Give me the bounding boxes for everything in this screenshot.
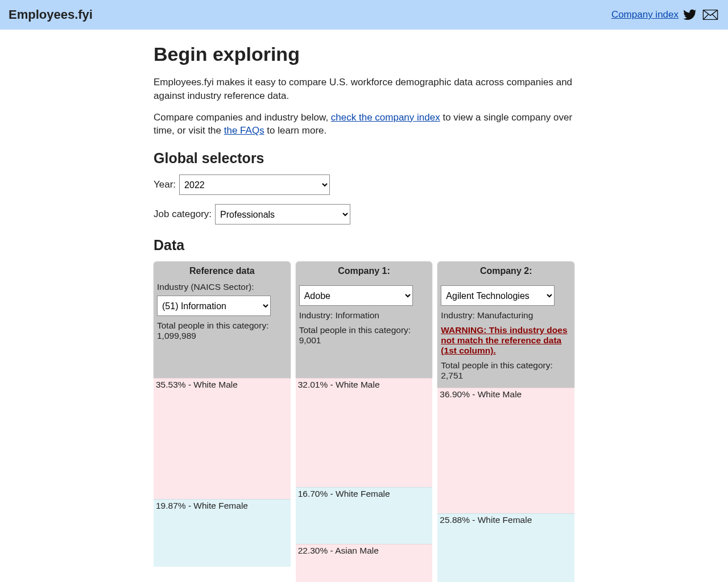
demographic-bar: 35.53% - White Male — [154, 378, 291, 499]
company-index-link[interactable]: Company index — [611, 9, 679, 20]
intro-2c: to learn more. — [264, 125, 327, 136]
twitter-icon[interactable] — [681, 7, 699, 23]
year-label: Year: — [154, 179, 176, 190]
intro-text-2: Compare companies and industry below, ch… — [154, 111, 574, 138]
page-title: Begin exploring — [154, 43, 574, 65]
faqs-link[interactable]: the FAQs — [224, 125, 264, 136]
company1-total: Total people in this category: 9,001 — [299, 325, 429, 346]
demographic-bar: 36.90% - White Male — [437, 388, 574, 513]
company1-title: Company 1: — [299, 266, 429, 276]
intro-2a: Compare companies and industry below, — [154, 112, 331, 123]
company2-select[interactable]: Agilent Technologies — [441, 285, 555, 306]
demographic-bar: 16.70% - White Female — [296, 487, 433, 544]
company1-industry: Industry: Information — [299, 310, 429, 321]
year-selector-row: Year: 2022 — [154, 174, 574, 195]
company1-bars: 32.01% - White Male16.70% - White Female… — [296, 378, 433, 582]
reference-header: Reference data Industry (NAICS Sector): … — [154, 261, 291, 378]
company1-select[interactable]: Adobe — [299, 285, 413, 306]
demographic-bar: 22.30% - Asian Male — [296, 544, 433, 582]
reference-title: Reference data — [157, 266, 287, 276]
job-selector-row: Job category: Professionals — [154, 204, 574, 225]
industry-mismatch-warning[interactable]: WARNING: This industry does not match th… — [441, 325, 571, 356]
company2-industry: Industry: Manufacturing — [441, 310, 571, 321]
reference-total: Total people in this category: 1,099,989 — [157, 321, 287, 341]
demographic-bar: 32.01% - White Male — [296, 378, 433, 487]
year-select[interactable]: 2022 — [179, 174, 330, 195]
intro-text: Employees.fyi makes it easy to compare U… — [154, 76, 574, 103]
brand-title: Employees.fyi — [9, 7, 93, 22]
topbar: Employees.fyi Company index — [0, 0, 728, 30]
global-selectors-heading: Global selectors — [154, 150, 574, 167]
reference-column: Reference data Industry (NAICS Sector): … — [154, 261, 291, 582]
company2-bars: 36.90% - White Male25.88% - White Female — [437, 388, 574, 582]
nav-right: Company index — [611, 7, 719, 23]
reference-bars: 35.53% - White Male19.87% - White Female — [154, 378, 291, 567]
check-company-index-link[interactable]: check the company index — [331, 112, 440, 123]
industry-select[interactable]: (51) Information — [157, 296, 271, 316]
company2-header: Company 2: Agilent Technologies Industry… — [437, 261, 574, 388]
company2-column: Company 2: Agilent Technologies Industry… — [437, 261, 574, 582]
demographic-bar: 25.88% - White Female — [437, 513, 574, 582]
job-label: Job category: — [154, 209, 212, 220]
data-grid: Reference data Industry (NAICS Sector): … — [154, 261, 574, 582]
company2-title: Company 2: — [441, 266, 571, 276]
industry-label: Industry (NAICS Sector): — [157, 282, 254, 292]
mail-icon[interactable] — [701, 7, 719, 23]
data-heading: Data — [154, 237, 574, 253]
job-category-select[interactable]: Professionals — [215, 204, 350, 225]
main-container: Begin exploring Employees.fyi makes it e… — [154, 43, 574, 582]
company2-total: Total people in this category: 2,751 — [441, 360, 571, 381]
company1-header: Company 1: Adobe Industry: Information T… — [296, 261, 433, 378]
demographic-bar: 19.87% - White Female — [154, 499, 291, 567]
company1-column: Company 1: Adobe Industry: Information T… — [296, 261, 433, 582]
